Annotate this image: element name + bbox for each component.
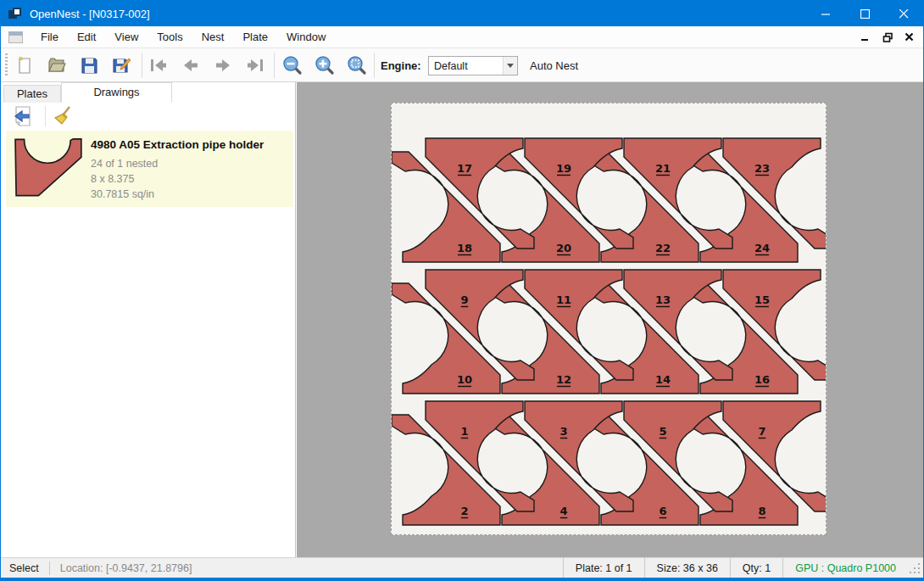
toolbar-grip[interactable] xyxy=(5,53,8,77)
title-bar: OpenNest - [N0317-002] xyxy=(1,1,923,26)
maximize-icon xyxy=(860,9,870,19)
part-number: 13 xyxy=(655,293,671,306)
mdi-close-button[interactable] xyxy=(901,29,918,46)
panel-toolbar xyxy=(1,103,295,130)
zoom-in-icon xyxy=(314,54,336,76)
part-number: 6 xyxy=(659,505,666,517)
drawing-list-item[interactable]: 4980 A05 Extraction pipe holder 24 of 1 … xyxy=(6,131,293,207)
status-plate: Plate: 1 of 1 xyxy=(563,558,644,578)
maximize-button[interactable] xyxy=(845,1,884,26)
part-number: 9 xyxy=(460,293,468,306)
status-gpu: GPU : Quadro P1000 xyxy=(782,558,908,578)
plate[interactable]: 171819202122232491011121314151612345678 xyxy=(391,103,827,535)
part-number: 16 xyxy=(754,373,770,386)
minimize-button[interactable] xyxy=(806,1,845,26)
go-previous-icon xyxy=(180,55,202,75)
save-as-icon xyxy=(111,55,131,75)
part-number: 2 xyxy=(460,505,468,517)
part-number: 18 xyxy=(457,242,472,254)
part-number: 14 xyxy=(655,373,671,386)
part-number: 24 xyxy=(754,242,770,254)
part-number: 12 xyxy=(556,373,571,386)
app-window: OpenNest - [N0317-002] File Edit View To… xyxy=(0,0,924,581)
import-drawing-button[interactable] xyxy=(9,104,36,128)
main-toolbar: Engine: Default Auto Nest xyxy=(1,48,923,82)
save-button[interactable] xyxy=(77,53,101,77)
part-number: 19 xyxy=(556,162,571,175)
go-last-icon xyxy=(244,55,266,75)
mdi-document-icon[interactable] xyxy=(8,31,23,43)
drawing-title: 4980 A05 Extraction pipe holder xyxy=(91,138,264,151)
menu-item-window[interactable]: Window xyxy=(277,27,335,47)
broom-icon xyxy=(53,105,75,127)
open-button[interactable] xyxy=(45,53,69,77)
save-as-button[interactable] xyxy=(109,53,133,77)
go-first-icon xyxy=(148,55,170,75)
nest-canvas[interactable]: 171819202122232491011121314151612345678 xyxy=(297,82,923,557)
zoom-fit-button[interactable] xyxy=(345,53,369,77)
tab-plates[interactable]: Plates xyxy=(3,85,61,103)
engine-value: Default xyxy=(429,60,503,72)
window-accent-strip xyxy=(1,578,923,580)
zoom-out-button[interactable] xyxy=(281,53,304,77)
part-number: 21 xyxy=(655,162,671,175)
plate-svg: 171819202122232491011121314151612345678 xyxy=(392,103,826,534)
close-icon xyxy=(899,9,909,19)
mdi-minimize-button[interactable] xyxy=(857,29,874,46)
new-button[interactable] xyxy=(13,53,36,77)
part-number: 4 xyxy=(559,505,567,517)
drawings-panel: Plates Drawings xyxy=(1,82,296,557)
tab-drawings[interactable]: Drawings xyxy=(61,82,172,103)
status-mode: Select xyxy=(1,562,49,574)
drawing-area: 30.7815 sq/in xyxy=(91,188,154,200)
menu-bar: File Edit View Tools Nest Plate Window xyxy=(1,26,923,48)
status-bar: Select Location: [-0.9437, 21.8796] Plat… xyxy=(1,557,923,578)
mdi-close-icon xyxy=(905,32,915,42)
part-number: 8 xyxy=(758,505,765,517)
engine-label: Engine: xyxy=(381,59,421,72)
part-number: 11 xyxy=(556,293,571,306)
drawing-size: 8 x 8.375 xyxy=(91,173,134,185)
import-drawing-icon xyxy=(12,105,34,127)
menu-item-plate[interactable]: Plate xyxy=(233,27,277,47)
app-icon xyxy=(8,8,23,20)
part-number: 3 xyxy=(559,425,567,438)
part-thumbnail xyxy=(14,136,84,200)
chevron-down-icon xyxy=(507,64,514,68)
zoom-out-icon xyxy=(281,54,303,76)
mdi-restore-button[interactable] xyxy=(879,29,896,46)
go-next-button[interactable] xyxy=(211,53,235,77)
new-document-icon xyxy=(14,55,35,75)
open-folder-icon xyxy=(47,55,67,75)
save-icon xyxy=(79,55,99,75)
part-number: 1 xyxy=(460,425,468,438)
auto-nest-button[interactable]: Auto Nest xyxy=(530,59,578,72)
go-last-button[interactable] xyxy=(243,53,267,77)
menu-item-file[interactable]: File xyxy=(31,27,68,47)
clear-button[interactable] xyxy=(50,104,77,128)
menu-item-tools[interactable]: Tools xyxy=(148,27,192,47)
menu-item-nest[interactable]: Nest xyxy=(192,27,234,47)
part-number: 7 xyxy=(758,425,765,438)
part-number: 23 xyxy=(754,162,770,175)
close-button[interactable] xyxy=(884,1,923,26)
part-number: 20 xyxy=(556,242,571,254)
part-number: 15 xyxy=(754,293,770,306)
go-previous-button[interactable] xyxy=(179,53,203,77)
status-qty: Qty: 1 xyxy=(730,558,782,578)
resize-grip[interactable] xyxy=(908,561,921,575)
go-first-button[interactable] xyxy=(147,53,170,77)
status-size: Size: 36 x 36 xyxy=(644,558,730,578)
menu-item-view[interactable]: View xyxy=(105,27,148,47)
engine-dropdown-button[interactable] xyxy=(503,57,517,75)
window-title: OpenNest - [N0317-002] xyxy=(30,8,150,20)
part-number: 5 xyxy=(659,425,666,438)
mdi-minimize-icon xyxy=(860,32,871,42)
part-number: 17 xyxy=(457,162,472,175)
mdi-restore-icon xyxy=(882,32,893,43)
zoom-in-button[interactable] xyxy=(313,53,337,77)
engine-select[interactable]: Default xyxy=(428,56,518,75)
menu-item-edit[interactable]: Edit xyxy=(68,27,105,47)
panel-tabstrip: Plates Drawings xyxy=(1,82,295,103)
go-next-icon xyxy=(212,55,234,75)
